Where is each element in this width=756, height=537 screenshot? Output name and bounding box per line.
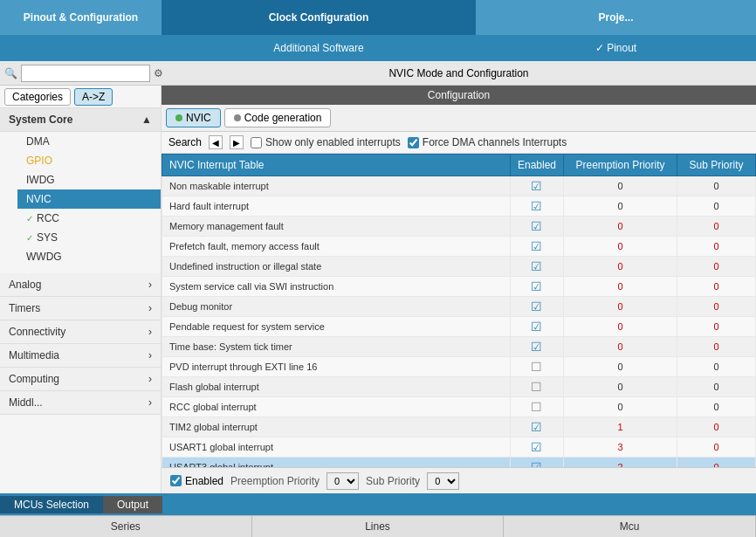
show-only-enabled-checkbox[interactable]: [251, 137, 262, 148]
middle-group[interactable]: Middl... ›: [0, 391, 161, 415]
interrupt-enabled[interactable]: ☐: [510, 397, 563, 417]
interrupt-enabled[interactable]: ☑: [510, 417, 563, 437]
filter-next-btn[interactable]: ▶: [230, 135, 244, 149]
mcu-cell: Mcu: [504, 516, 756, 537]
table-row[interactable]: Time base: System tick timer☑00: [162, 337, 756, 357]
system-core-chevron: ▲: [141, 114, 152, 126]
sub-priority-select[interactable]: 0123: [427, 472, 459, 490]
sidebar-item-sys[interactable]: ✓ SYS: [17, 228, 161, 247]
table-row[interactable]: Undefined instruction or illegal state☑0…: [162, 257, 756, 277]
sidebar-item-wwdg[interactable]: WWDG: [17, 247, 161, 266]
pinout-link-section[interactable]: ✓ Pinout: [476, 35, 756, 61]
interrupt-sub-priority: 0: [677, 237, 756, 257]
col-name: NVIC Interrupt Table: [162, 155, 511, 176]
interrupt-preemption: 0: [564, 257, 677, 277]
interrupt-enabled[interactable]: ☑: [510, 217, 563, 237]
interrupt-preemption: 0: [564, 297, 677, 317]
table-row[interactable]: USART3 global interrupt☑20: [162, 458, 756, 468]
config-section-label: Configuration: [428, 89, 490, 101]
interrupt-name: Non maskable interrupt: [162, 176, 511, 196]
show-only-enabled-label[interactable]: Show only enabled interrupts: [251, 136, 401, 148]
main-content-area: Categories A->Z System Core ▲ DMA GPIO: [0, 86, 756, 493]
sys-check-icon: ✓: [26, 233, 33, 243]
table-row[interactable]: Hard fault interrupt☑00: [162, 196, 756, 217]
filter-prev-btn[interactable]: ◀: [209, 135, 223, 149]
table-row[interactable]: USART1 global interrupt☑30: [162, 437, 756, 458]
search-area: 🔍 ⚙: [0, 61, 162, 85]
interrupt-enabled[interactable]: ☐: [510, 357, 563, 377]
interrupt-enabled[interactable]: ☑: [510, 297, 563, 317]
pinout-link[interactable]: ✓ Pinout: [595, 42, 636, 54]
categories-tab[interactable]: Categories: [4, 88, 71, 106]
enabled-status-label[interactable]: Enabled: [170, 475, 223, 487]
tabs-row: NVIC Code generation: [162, 105, 756, 132]
search-input[interactable]: [21, 65, 150, 82]
search-icon: 🔍: [4, 67, 17, 79]
interrupt-enabled[interactable]: ☑: [510, 337, 563, 357]
interrupt-enabled[interactable]: ☑: [510, 277, 563, 297]
table-row[interactable]: Non maskable interrupt☑00: [162, 176, 756, 196]
interrupt-preemption: 0: [564, 277, 677, 297]
clock-config-tab[interactable]: Clock Configuration: [162, 0, 476, 35]
interrupt-sub-priority: 0: [677, 337, 756, 357]
interrupt-sub-priority: 0: [677, 357, 756, 377]
mcus-selection-tab[interactable]: MCUs Selection: [0, 496, 103, 513]
force-dma-label[interactable]: Force DMA channels Interrupts: [408, 136, 567, 148]
table-row[interactable]: Prefetch fault, memory access fault☑00: [162, 237, 756, 257]
preemption-priority-select[interactable]: 0123: [326, 472, 359, 490]
interrupt-sub-priority: 0: [677, 297, 756, 317]
interrupt-enabled[interactable]: ☑: [510, 196, 563, 217]
interrupt-enabled[interactable]: ☑: [510, 257, 563, 277]
sidebar-item-gpio[interactable]: GPIO: [17, 151, 161, 170]
computing-group[interactable]: Computing ›: [0, 368, 161, 391]
interrupt-sub-priority: 0: [677, 257, 756, 277]
connectivity-chevron: ›: [148, 326, 152, 338]
interrupt-enabled[interactable]: ☑: [510, 317, 563, 337]
code-gen-tab-dot: [234, 114, 241, 121]
sidebar-item-iwdg[interactable]: IWDG: [17, 170, 161, 189]
interrupt-enabled[interactable]: ☑: [510, 176, 563, 196]
system-core-group[interactable]: System Core ▲: [0, 108, 161, 132]
table-row[interactable]: Pendable request for system service☑00: [162, 317, 756, 337]
table-row[interactable]: RCC global interrupt☐00: [162, 397, 756, 417]
breadcrumb-center: NVIC Mode and Configuration: [162, 61, 756, 85]
interrupt-enabled[interactable]: ☐: [510, 377, 563, 397]
analog-group[interactable]: Analog ›: [0, 273, 161, 297]
table-row[interactable]: Flash global interrupt☐00: [162, 377, 756, 397]
output-tab[interactable]: Output: [103, 496, 162, 513]
timers-group[interactable]: Timers ›: [0, 297, 161, 320]
table-row[interactable]: Debug monitor☑00: [162, 297, 756, 317]
sidebar-item-dma[interactable]: DMA: [17, 132, 161, 151]
interrupt-enabled[interactable]: ☑: [510, 458, 563, 468]
code-gen-tab[interactable]: Code generation: [224, 108, 332, 127]
mcu-label: Mcu: [620, 520, 640, 533]
top-header: Pinout & Configuration Clock Configurati…: [0, 0, 756, 35]
pinout-config-tab[interactable]: Pinout & Configuration: [0, 0, 162, 35]
table-row[interactable]: System service call via SWI instruction☑…: [162, 277, 756, 297]
multimedia-group[interactable]: Multimedia ›: [0, 344, 161, 368]
table-row[interactable]: Memory management fault☑00: [162, 217, 756, 237]
az-tab[interactable]: A->Z: [74, 88, 113, 106]
middle-chevron: ›: [148, 396, 152, 409]
table-row[interactable]: TIM2 global interrupt☑10: [162, 417, 756, 437]
sidebar-item-nvic[interactable]: NVIC: [17, 189, 161, 209]
interrupt-sub-priority: 0: [677, 397, 756, 417]
connectivity-group[interactable]: Connectivity ›: [0, 320, 161, 344]
enabled-checkbox[interactable]: [170, 475, 182, 486]
project-tab[interactable]: Proje...: [476, 0, 756, 35]
pinout-label: Pinout & Configuration: [24, 11, 138, 24]
interrupt-table-container: NVIC Interrupt Table Enabled Preemption …: [162, 154, 756, 467]
breadcrumb-text: NVIC Mode and Configuration: [388, 67, 528, 79]
table-row[interactable]: PVD interrupt through EXTI line 16☐00: [162, 357, 756, 377]
force-dma-checkbox[interactable]: [408, 137, 419, 148]
clock-label: Clock Configuration: [269, 11, 369, 24]
nvic-tab[interactable]: NVIC: [166, 108, 221, 127]
interrupt-enabled[interactable]: ☑: [510, 237, 563, 257]
code-gen-tab-label: Code generation: [244, 112, 322, 124]
sidebar-item-rcc[interactable]: ✓ RCC: [17, 209, 161, 228]
category-tab-row: Categories A->Z: [0, 86, 161, 108]
interrupt-enabled[interactable]: ☑: [510, 437, 563, 458]
computing-label: Computing: [9, 373, 59, 385]
force-dma-text: Force DMA channels Interrupts: [423, 136, 567, 148]
interrupt-table-body: Non maskable interrupt☑00Hard fault inte…: [162, 176, 756, 468]
